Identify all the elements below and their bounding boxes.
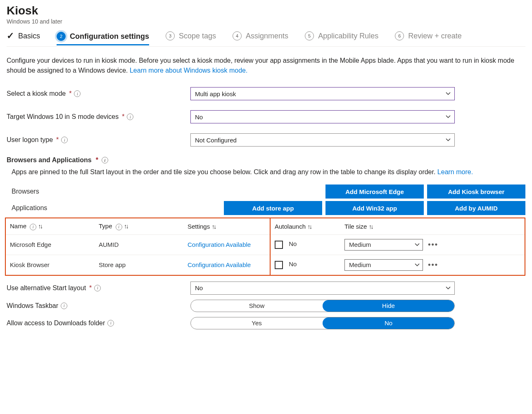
section-note: Apps are pinned to the full Start layout… bbox=[12, 167, 525, 177]
taskbar-option-show[interactable]: Show bbox=[191, 300, 323, 312]
col-label: Type bbox=[99, 222, 112, 229]
add-win32-app-button[interactable]: Add Win32 app bbox=[325, 201, 424, 215]
wizard-step-label: Configuration settings bbox=[70, 32, 149, 41]
wizard-step-applicability[interactable]: 5 Applicability Rules bbox=[305, 31, 378, 44]
col-autolaunch[interactable]: Autolaunch ↑↓ bbox=[270, 218, 340, 234]
sort-arrows-icon[interactable]: ↑↓ bbox=[211, 223, 215, 230]
info-icon[interactable]: i bbox=[61, 303, 67, 309]
config-available-link[interactable]: Configuration Available bbox=[188, 261, 251, 268]
add-edge-button[interactable]: Add Microsoft Edge bbox=[325, 185, 424, 199]
col-label: Tile size bbox=[344, 223, 367, 230]
add-kiosk-browser-button[interactable]: Add Kiosk browser bbox=[427, 185, 525, 199]
apps-table-highlight: Name i ↑↓ Type i ↑↓ Settings ↑↓ Autolaun… bbox=[5, 218, 525, 276]
taskbar-option-hide[interactable]: Hide bbox=[323, 300, 454, 312]
table-row[interactable]: Kiosk Browser Store app Configuration Av… bbox=[6, 255, 525, 275]
autolaunch-checkbox[interactable] bbox=[275, 261, 283, 269]
sort-arrows-icon[interactable]: ↑↓ bbox=[307, 223, 311, 230]
table-row[interactable]: Microsoft Edge AUMID Configuration Avail… bbox=[6, 234, 525, 255]
cell-type: AUMID bbox=[95, 234, 183, 255]
kiosk-mode-label: Select a kiosk mode* i bbox=[7, 90, 190, 97]
taskbar-toggle[interactable]: Show Hide bbox=[190, 300, 455, 312]
select-value: No bbox=[195, 284, 203, 291]
wizard-step-review[interactable]: 6 Review + create bbox=[395, 31, 462, 44]
tile-size-select[interactable]: Medium bbox=[344, 259, 423, 271]
select-value: Medium bbox=[349, 261, 371, 268]
label-text: Select a kiosk mode bbox=[7, 90, 66, 97]
cell-name: Kiosk Browser bbox=[6, 255, 95, 275]
section-title-text: Browsers and Applications bbox=[7, 156, 92, 164]
smode-label: Target Windows 10 in S mode devices* i bbox=[7, 113, 190, 121]
apps-table: Name i ↑↓ Type i ↑↓ Settings ↑↓ Autolaun… bbox=[6, 218, 525, 275]
info-icon[interactable]: i bbox=[127, 114, 133, 120]
info-icon[interactable]: i bbox=[74, 90, 81, 97]
label-text: Allow access to Downloads folder bbox=[7, 319, 105, 327]
config-available-link[interactable]: Configuration Available bbox=[188, 241, 251, 248]
page-title: Kiosk bbox=[7, 4, 525, 17]
col-tilesize[interactable]: Tile size ↑↓ bbox=[340, 218, 525, 234]
label-text: Windows Taskbar bbox=[7, 302, 58, 310]
kiosk-mode-select[interactable]: Multi app kiosk bbox=[190, 87, 455, 100]
wizard-step-assignments[interactable]: 4 Assignments bbox=[233, 31, 288, 44]
cell-type: Store app bbox=[95, 255, 183, 275]
intro-text: Configure your devices to run in kiosk m… bbox=[7, 56, 525, 76]
sort-arrows-icon[interactable]: ↑↓ bbox=[369, 223, 373, 230]
logon-select[interactable]: Not Configured bbox=[190, 133, 455, 147]
step-number-icon: 6 bbox=[395, 31, 404, 40]
sort-arrows-icon[interactable]: ↑↓ bbox=[124, 222, 128, 229]
downloads-toggle[interactable]: Yes No bbox=[190, 317, 455, 329]
row-overflow-menu[interactable]: ••• bbox=[428, 260, 438, 269]
downloads-option-yes[interactable]: Yes bbox=[191, 317, 323, 329]
intro-body: Configure your devices to run in kiosk m… bbox=[7, 57, 514, 74]
wizard-step-label: Review + create bbox=[408, 32, 462, 40]
autolaunch-label: No bbox=[289, 240, 297, 247]
step-number-icon: 2 bbox=[57, 32, 66, 41]
chevron-down-icon bbox=[445, 285, 451, 291]
col-settings[interactable]: Settings ↑↓ bbox=[183, 218, 270, 234]
label-text: Use alternative Start layout bbox=[7, 284, 86, 292]
chevron-down-icon bbox=[414, 242, 420, 248]
alt-layout-label: Use alternative Start layout* i bbox=[7, 284, 190, 292]
info-icon[interactable]: i bbox=[102, 157, 108, 163]
learn-more-link[interactable]: Learn more. bbox=[437, 168, 473, 175]
add-store-app-button[interactable]: Add store app bbox=[224, 201, 322, 215]
wizard-steps: ✓ Basics 2 Configuration settings 3 Scop… bbox=[7, 31, 525, 47]
wizard-step-basics[interactable]: ✓ Basics bbox=[7, 31, 40, 45]
info-icon[interactable]: i bbox=[61, 137, 68, 143]
info-icon[interactable]: i bbox=[94, 285, 101, 291]
page-subtitle: Windows 10 and later bbox=[7, 18, 525, 25]
select-value: No bbox=[195, 114, 203, 121]
logon-label: User logon type* i bbox=[7, 136, 190, 144]
intro-learn-more-link[interactable]: Learn more about Windows kiosk mode. bbox=[130, 67, 247, 74]
tile-size-select[interactable]: Medium bbox=[344, 239, 423, 251]
col-label: Settings bbox=[188, 223, 210, 230]
note-text: Apps are pinned to the full Start layout… bbox=[12, 168, 437, 175]
row-overflow-menu[interactable]: ••• bbox=[428, 240, 438, 249]
alt-layout-select[interactable]: No bbox=[190, 282, 455, 295]
sort-arrows-icon[interactable]: ↑↓ bbox=[38, 222, 42, 229]
info-icon[interactable]: i bbox=[30, 224, 36, 230]
downloads-option-no[interactable]: No bbox=[323, 317, 454, 329]
add-aumid-button[interactable]: Add by AUMID bbox=[427, 201, 525, 215]
info-icon[interactable]: i bbox=[116, 224, 122, 230]
downloads-label: Allow access to Downloads folder i bbox=[7, 319, 190, 327]
smode-select[interactable]: No bbox=[190, 110, 455, 123]
autolaunch-label: No bbox=[289, 260, 297, 267]
wizard-step-label: Basics bbox=[18, 32, 40, 40]
checkmark-icon: ✓ bbox=[7, 31, 14, 41]
browsers-apps-heading: Browsers and Applications* i bbox=[7, 156, 525, 164]
chevron-down-icon bbox=[445, 114, 451, 120]
col-label: Name bbox=[10, 222, 26, 229]
info-icon[interactable]: i bbox=[107, 320, 114, 326]
taskbar-label: Windows Taskbar i bbox=[7, 302, 190, 310]
chevron-down-icon bbox=[414, 262, 420, 268]
col-type[interactable]: Type i ↑↓ bbox=[95, 218, 183, 234]
col-name[interactable]: Name i ↑↓ bbox=[6, 218, 95, 234]
wizard-step-config[interactable]: 2 Configuration settings bbox=[57, 32, 149, 45]
autolaunch-checkbox[interactable] bbox=[275, 241, 283, 249]
wizard-step-scope[interactable]: 3 Scope tags bbox=[166, 31, 216, 44]
applications-row-label: Applications bbox=[7, 204, 146, 212]
label-text: User logon type bbox=[7, 136, 53, 144]
chevron-down-icon bbox=[445, 137, 451, 143]
step-number-icon: 4 bbox=[233, 31, 242, 40]
select-value: Not Configured bbox=[195, 137, 237, 144]
